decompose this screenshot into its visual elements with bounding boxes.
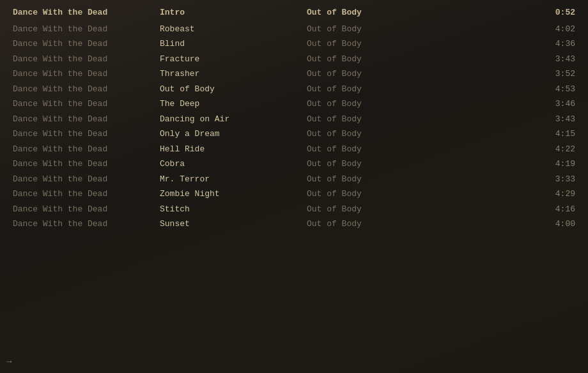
track-album: Out of Body xyxy=(307,158,447,171)
track-duration: 4:15 xyxy=(447,128,575,141)
track-title: Fracture xyxy=(160,53,307,66)
table-row[interactable]: Dance With the DeadFractureOut of Body3:… xyxy=(0,52,588,67)
track-album: Out of Body xyxy=(307,68,447,80)
track-artist: Dance With the Dead xyxy=(13,38,160,50)
table-row[interactable]: Dance With the DeadThe DeepOut of Body3:… xyxy=(0,96,588,112)
table-row[interactable]: Dance With the DeadStitchOut of Body4:16 xyxy=(0,202,588,217)
track-duration: 4:29 xyxy=(447,188,575,201)
track-title: Only a Dream xyxy=(160,128,307,141)
track-title: Blind xyxy=(160,38,307,50)
track-duration: 4:19 xyxy=(447,158,575,171)
header-title: Intro xyxy=(160,6,307,19)
track-title: Robeast xyxy=(160,23,307,36)
table-row[interactable]: Dance With the DeadThrasherOut of Body3:… xyxy=(0,66,588,82)
track-album: Out of Body xyxy=(307,173,447,186)
track-duration: 3:46 xyxy=(447,98,575,110)
track-album: Out of Body xyxy=(307,23,447,36)
track-title: Mr. Terror xyxy=(160,173,307,186)
track-artist: Dance With the Dead xyxy=(13,68,160,80)
track-artist: Dance With the Dead xyxy=(13,218,160,231)
track-duration: 3:43 xyxy=(447,113,575,126)
table-row[interactable]: Dance With the DeadCobraOut of Body4:19 xyxy=(0,156,588,172)
track-title: Out of Body xyxy=(160,83,307,96)
track-duration: 4:53 xyxy=(447,83,575,96)
track-title: The Deep xyxy=(160,98,307,110)
track-album: Out of Body xyxy=(307,128,447,141)
track-duration: 4:36 xyxy=(447,38,575,50)
track-album: Out of Body xyxy=(307,143,447,156)
track-artist: Dance With the Dead xyxy=(13,98,160,110)
track-duration: 4:22 xyxy=(447,143,575,156)
track-artist: Dance With the Dead xyxy=(13,23,160,36)
track-album: Out of Body xyxy=(307,83,447,96)
track-title: Stitch xyxy=(160,203,307,216)
track-duration: 4:00 xyxy=(447,218,575,231)
track-artist: Dance With the Dead xyxy=(13,188,160,201)
track-album: Out of Body xyxy=(307,53,447,66)
track-album: Out of Body xyxy=(307,98,447,110)
header-duration: 0:52 xyxy=(447,6,575,19)
table-header: Dance With the Dead Intro Out of Body 0:… xyxy=(0,5,588,20)
table-row[interactable]: Dance With the DeadHell RideOut of Body4… xyxy=(0,142,588,157)
track-title: Sunset xyxy=(160,218,307,231)
track-title: Hell Ride xyxy=(160,143,307,156)
track-album: Out of Body xyxy=(307,218,447,231)
table-row[interactable]: Dance With the DeadOut of BodyOut of Bod… xyxy=(0,82,588,97)
track-duration: 3:52 xyxy=(447,68,575,80)
track-duration: 3:43 xyxy=(447,53,575,66)
table-row[interactable]: Dance With the DeadMr. TerrorOut of Body… xyxy=(0,172,588,187)
table-row[interactable]: Dance With the DeadDancing on AirOut of … xyxy=(0,112,588,127)
header-album: Out of Body xyxy=(307,6,447,19)
track-artist: Dance With the Dead xyxy=(13,203,160,216)
table-row[interactable]: Dance With the DeadSunsetOut of Body4:00 xyxy=(0,217,588,232)
track-album: Out of Body xyxy=(307,203,447,216)
header-artist: Dance With the Dead xyxy=(13,6,160,19)
track-artist: Dance With the Dead xyxy=(13,83,160,96)
table-row[interactable]: Dance With the DeadBlindOut of Body4:36 xyxy=(0,36,588,52)
arrow-indicator: → xyxy=(6,356,12,367)
track-title: Dancing on Air xyxy=(160,113,307,126)
table-row[interactable]: Dance With the DeadOnly a DreamOut of Bo… xyxy=(0,126,588,142)
track-title: Thrasher xyxy=(160,68,307,80)
track-artist: Dance With the Dead xyxy=(13,53,160,66)
track-artist: Dance With the Dead xyxy=(13,143,160,156)
track-duration: 4:16 xyxy=(447,203,575,216)
track-title: Cobra xyxy=(160,158,307,171)
track-duration: 3:33 xyxy=(447,173,575,186)
track-artist: Dance With the Dead xyxy=(13,113,160,126)
track-list: Dance With the Dead Intro Out of Body 0:… xyxy=(0,0,588,237)
track-artist: Dance With the Dead xyxy=(13,158,160,171)
table-row[interactable]: Dance With the DeadRobeastOut of Body4:0… xyxy=(0,22,588,37)
track-album: Out of Body xyxy=(307,188,447,201)
track-album: Out of Body xyxy=(307,38,447,50)
track-artist: Dance With the Dead xyxy=(13,173,160,186)
table-row[interactable]: Dance With the DeadZombie NightOut of Bo… xyxy=(0,187,588,202)
track-artist: Dance With the Dead xyxy=(13,128,160,141)
track-title: Zombie Night xyxy=(160,188,307,201)
track-album: Out of Body xyxy=(307,113,447,126)
track-duration: 4:02 xyxy=(447,23,575,36)
